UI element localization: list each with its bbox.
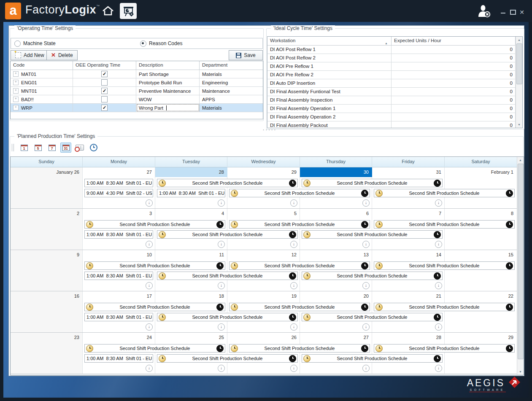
column-header-workstation[interactable]: Workstation▲	[267, 37, 392, 45]
workstation-row[interactable]: DI Final Assembly Funtional Test0	[267, 88, 522, 96]
schedule-event[interactable]: Second Shift Production Schedule	[229, 220, 370, 229]
reason-code-row[interactable]: +ENG01Prototype Build RunEngineering	[11, 78, 263, 87]
expected-units-cell[interactable]: 0	[392, 121, 516, 128]
more-events-arrow[interactable]: ↓	[435, 199, 442, 207]
workstation-row[interactable]: DI Final Assembly Operation 10	[267, 105, 522, 113]
schedule-event[interactable]: Second Shift Production Schedule	[229, 303, 370, 311]
workstation-row[interactable]: DI FInal Assembly Inspection0	[267, 96, 522, 105]
maximize-button[interactable]	[509, 9, 516, 15]
expected-units-cell[interactable]: 0	[392, 113, 516, 121]
schedule-event[interactable]: Second Shift Production Schedule	[157, 179, 298, 187]
calendar-date-cell[interactable]: 18	[155, 291, 227, 301]
reason-code-row[interactable]: +WRP✓Wrong PartMaterials	[11, 104, 263, 112]
scrollbar-thumb[interactable]	[518, 164, 524, 359]
more-events-arrow[interactable]: ↓	[290, 199, 297, 207]
calendar-date-cell[interactable]: 17	[83, 291, 155, 301]
schedule-event[interactable]: Second Shift Production Schedule	[302, 272, 443, 280]
calendar-date-cell[interactable]: 24	[83, 333, 155, 342]
more-events-arrow[interactable]: ↓	[362, 282, 370, 289]
more-events-arrow[interactable]: ↓	[290, 282, 297, 289]
schedule-event[interactable]: Second Shift Production Schedule	[374, 220, 515, 229]
more-events-arrow[interactable]: ↓	[146, 199, 153, 207]
calendar-date-cell[interactable]: 10	[83, 250, 155, 260]
oee-settings-icon[interactable]	[120, 3, 137, 19]
schedule-event[interactable]: Second Shift Production Schedule	[157, 313, 298, 321]
workstation-row[interactable]: DI Final Assembly Operation 20	[267, 113, 522, 121]
expand-row-icon[interactable]: +	[13, 71, 19, 77]
oee-operating-time-checkbox[interactable]	[101, 96, 108, 102]
scroll-down-icon[interactable]: ▼	[516, 121, 522, 128]
timeline-view-button[interactable]	[74, 143, 85, 153]
calendar-date-cell[interactable]: 28	[155, 167, 227, 177]
calendar-date-cell[interactable]: 27	[300, 333, 372, 342]
calendar-date-cell[interactable]: 29	[445, 333, 517, 342]
more-events-arrow[interactable]: ↓	[435, 323, 442, 331]
expand-row-icon[interactable]: +	[13, 97, 19, 102]
calendar-date-cell[interactable]: 8	[445, 209, 517, 218]
calendar-date-cell[interactable]: 23	[11, 333, 83, 342]
week-view-button[interactable]: 7	[46, 143, 57, 153]
more-events-arrow[interactable]: ↓	[290, 241, 297, 248]
expand-row-icon[interactable]: +	[13, 80, 19, 85]
more-events-arrow[interactable]: ↓	[218, 199, 225, 207]
machine-state-radio[interactable]: Machine State	[14, 40, 56, 47]
workstation-row[interactable]: DI AOI Post Reflow 20	[267, 54, 522, 62]
schedule-event[interactable]: Second Shift Production Schedule	[229, 344, 370, 353]
schedule-event[interactable]: Second Shift Production Schedule	[302, 313, 443, 321]
scrollbar-thumb[interactable]	[516, 43, 522, 84]
calendar-date-cell[interactable]: 28	[372, 333, 445, 342]
shift-event[interactable]: 1:00 AM 8:30 AM Shift 01 - EU	[84, 272, 153, 280]
delete-button[interactable]: ✕Delete	[46, 50, 78, 60]
calendar-date-cell[interactable]: 16	[11, 291, 83, 301]
description-cell-editing[interactable]: Wrong Part	[136, 104, 200, 112]
more-events-arrow[interactable]: ↓	[218, 241, 225, 248]
calendar-date-cell[interactable]: 21	[372, 291, 445, 301]
workstation-row[interactable]: DI AOI Pre Reflow 10	[267, 62, 522, 71]
calendar-date-cell[interactable]: 20	[300, 291, 372, 301]
scroll-down-icon[interactable]: ▼	[517, 369, 524, 375]
column-header-code[interactable]: Code	[11, 61, 73, 70]
more-events-arrow[interactable]: ↓	[290, 365, 297, 372]
schedule-event[interactable]: Second Shift Production Schedule	[302, 230, 443, 239]
schedule-event[interactable]: Second Shift Production Schedule	[84, 344, 225, 353]
calendar-date-cell[interactable]: 7	[372, 209, 445, 218]
expected-units-cell[interactable]: 0	[392, 71, 516, 79]
add-new-button[interactable]: Add New	[11, 50, 49, 60]
shift-event[interactable]: 1:00 AM 8:30 AM Shift 01 - EU	[157, 189, 225, 197]
calendar-date-cell[interactable]: 26	[227, 333, 300, 342]
month-view-button[interactable]: 31	[60, 143, 71, 153]
more-events-arrow[interactable]: ↓	[218, 365, 225, 372]
schedule-event[interactable]: Second Shift Production Schedule	[157, 230, 298, 239]
calendar-scrollbar[interactable]: ▲ ▼	[517, 157, 524, 375]
calendar-date-cell[interactable]: 11	[155, 250, 227, 260]
more-events-arrow[interactable]: ↓	[435, 282, 442, 289]
workstation-row[interactable]: DI AOI Post Reflow 10	[267, 46, 522, 54]
toolbar-grip-icon[interactable]	[12, 144, 14, 151]
calendar-date-cell[interactable]: 13	[300, 250, 372, 260]
ideal-cycle-scrollbar[interactable]: ▲ ▼	[516, 37, 522, 128]
calendar-date-cell[interactable]: 3	[83, 209, 155, 218]
shift-event[interactable]: 1:00 AM 8:30 AM Shift 01 - EU	[84, 230, 153, 239]
more-events-arrow[interactable]: ↓	[146, 323, 153, 331]
shift-event[interactable]: 9:00 AM 4:30 PM Shift 02 - US	[84, 189, 153, 197]
expected-units-cell[interactable]: 0	[392, 62, 516, 70]
more-events-arrow[interactable]: ↓	[362, 365, 370, 372]
calendar-date-cell[interactable]: 12	[227, 250, 300, 260]
oee-operating-time-checkbox[interactable]: ✓	[101, 71, 108, 77]
more-events-arrow[interactable]: ↓	[146, 365, 153, 372]
more-events-arrow[interactable]: ↓	[218, 323, 225, 331]
schedule-event[interactable]: Second Shift Production Schedule	[302, 179, 443, 187]
schedule-event[interactable]: Second Shift Production Schedule	[84, 261, 225, 270]
reason-code-row[interactable]: +MAT01✓Part ShortageMaterials	[11, 70, 263, 78]
calendar-date-cell[interactable]: 9	[11, 250, 83, 260]
reason-code-row[interactable]: +BAD!!WOWAPPS	[11, 95, 263, 104]
calendar-date-cell[interactable]: February 1	[445, 167, 517, 177]
expected-units-cell[interactable]: 0	[392, 79, 516, 87]
schedule-event[interactable]: Second Shift Production Schedule	[302, 354, 443, 363]
more-events-arrow[interactable]: ↓	[362, 199, 370, 207]
schedule-event[interactable]: Second Shift Production Schedule	[229, 261, 370, 270]
column-header-description[interactable]: Description	[136, 61, 200, 70]
close-button[interactable]: ✕	[518, 9, 525, 15]
oee-operating-time-checkbox[interactable]	[101, 79, 108, 86]
calendar-date-cell[interactable]: 5	[227, 209, 300, 218]
